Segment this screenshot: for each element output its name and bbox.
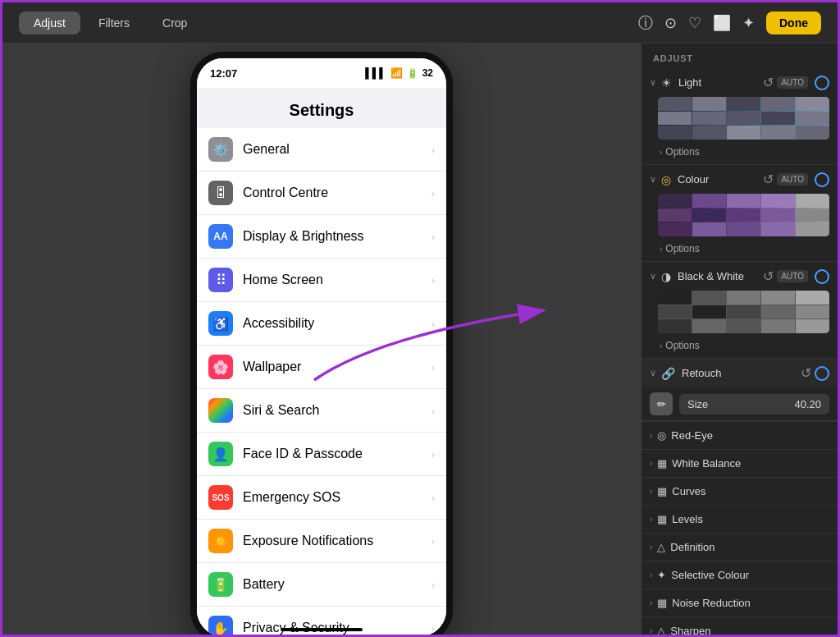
- wifi-icon: 📶: [390, 67, 403, 79]
- adjust-section-levels[interactable]: › ▦ Levels: [641, 506, 838, 534]
- control-centre-label: Control Centre: [243, 186, 431, 200]
- share-icon[interactable]: ⬜: [713, 14, 731, 32]
- control-centre-icon: 🎛: [208, 181, 233, 205]
- iphone-scroll[interactable]: Settings ⚙️ General › 🎛 Control Centre ›: [197, 88, 446, 635]
- toolbar-tabs: Adjust Filters Crop: [19, 11, 202, 34]
- general-icon: ⚙️: [208, 137, 233, 162]
- settings-item-general[interactable]: ⚙️ General ›: [197, 128, 446, 172]
- bw-chevron: ∨: [650, 271, 656, 282]
- retouch-row[interactable]: ∨ 🔗 Retouch ↺: [641, 359, 838, 387]
- settings-item-siri[interactable]: Siri & Search ›: [197, 389, 446, 433]
- emergency-icon: SOS: [208, 485, 233, 510]
- adjust-section-red-eye[interactable]: › ◎ Red-Eye: [641, 422, 838, 450]
- sharpen-icon: △: [657, 625, 665, 635]
- colour-circle[interactable]: [815, 172, 829, 187]
- status-icons: ▌▌▌ 📶 🔋 32: [365, 67, 433, 79]
- light-reset-icon[interactable]: ↺: [763, 75, 774, 90]
- magic-icon[interactable]: ✦: [742, 14, 755, 32]
- light-row[interactable]: ∨ ☀ Light ↺ AUTO: [641, 68, 838, 97]
- settings-item-wallpaper[interactable]: 🌸 Wallpaper ›: [197, 346, 446, 389]
- adjust-section-bw: ∨ ◑ Black & White ↺ AUTO › Options: [641, 262, 838, 359]
- accessibility-icon: ♿: [208, 311, 233, 336]
- bw-circle[interactable]: [815, 269, 829, 284]
- adjust-section-selective-colour[interactable]: › ✦ Selective Colour: [641, 561, 838, 589]
- general-label: General: [243, 142, 431, 157]
- colour-options-row[interactable]: › Options: [641, 240, 838, 261]
- settings-item-control-centre[interactable]: 🎛 Control Centre ›: [197, 172, 446, 215]
- bw-reset-icon[interactable]: ↺: [763, 268, 774, 284]
- settings-item-emergency[interactable]: SOS Emergency SOS ›: [197, 476, 446, 520]
- noise-reduction-icon: ▦: [657, 597, 667, 609]
- light-preview: [658, 97, 829, 140]
- selective-colour-chevron: ›: [650, 571, 652, 580]
- exposure-label: Exposure Notifications: [243, 534, 431, 548]
- siri-label: Siri & Search: [243, 403, 431, 418]
- retouch-reset-icon[interactable]: ↺: [801, 365, 811, 381]
- adjust-section-noise-reduction[interactable]: › ▦ Noise Reduction: [641, 589, 838, 617]
- battery-level: 32: [422, 67, 433, 79]
- heart-icon[interactable]: ♡: [688, 14, 701, 32]
- levels-chevron: ›: [650, 515, 652, 524]
- white-balance-icon: ▦: [657, 457, 667, 470]
- settings-item-face-id[interactable]: 👤 Face ID & Passcode ›: [197, 433, 446, 476]
- bw-row[interactable]: ∨ ◑ Black & White ↺ AUTO: [641, 262, 838, 291]
- levels-label: Levels: [672, 513, 703, 525]
- done-button[interactable]: Done: [766, 11, 821, 34]
- colour-reset-icon[interactable]: ↺: [763, 172, 774, 187]
- colour-row[interactable]: ∨ ◎ Colour ↺ AUTO: [641, 165, 838, 194]
- face-id-icon: 👤: [208, 442, 233, 466]
- light-icon: ☀: [661, 76, 672, 89]
- display-label: Display & Brightness: [243, 229, 431, 244]
- pencil-button[interactable]: ✏: [650, 392, 673, 415]
- adjust-section-light: ∨ ☀ Light ↺ AUTO › Options: [641, 68, 838, 165]
- settings-item-accessibility[interactable]: ♿ Accessibility ›: [197, 302, 446, 346]
- colour-icon: ◎: [661, 173, 671, 186]
- adjust-section-definition[interactable]: › △ Definition: [641, 534, 838, 561]
- noise-reduction-label: Noise Reduction: [672, 597, 750, 609]
- settings-item-home-screen[interactable]: ⠿ Home Screen ›: [197, 259, 446, 302]
- bw-preview: [658, 291, 829, 333]
- tab-filters[interactable]: Filters: [84, 11, 144, 34]
- light-options-row[interactable]: › Options: [641, 143, 838, 164]
- exposure-icon: ☀️: [208, 529, 233, 553]
- bw-options-row[interactable]: › Options: [641, 337, 838, 358]
- adjust-section-retouch: ∨ 🔗 Retouch ↺ ✏ Size 40.20: [641, 359, 838, 422]
- bw-auto-badge: AUTO: [777, 270, 808, 282]
- definition-label: Definition: [670, 541, 714, 553]
- face-id-label: Face ID & Passcode: [243, 447, 431, 461]
- adjust-section-white-balance[interactable]: › ▦ White Balance: [641, 450, 838, 478]
- home-screen-icon: ⠿: [208, 268, 233, 292]
- adjust-section-colour: ∨ ◎ Colour ↺ AUTO › Options: [641, 165, 838, 262]
- iphone-frame: 12:07 ▌▌▌ 📶 🔋 32 Settings ⚙️ General ›: [190, 52, 453, 635]
- general-chevron: ›: [431, 144, 435, 156]
- battery-icon: 🔋: [208, 572, 233, 597]
- retouch-icon: 🔗: [661, 367, 675, 380]
- settings-item-battery[interactable]: 🔋 Battery ›: [197, 563, 446, 607]
- battery-indicator: 🔋: [407, 68, 418, 79]
- red-eye-chevron: ›: [650, 431, 652, 440]
- more-icon[interactable]: ⊙: [664, 14, 677, 32]
- adjust-section-curves[interactable]: › ▦ Curves: [641, 478, 838, 506]
- settings-item-exposure[interactable]: ☀️ Exposure Notifications ›: [197, 520, 446, 563]
- sharpen-chevron: ›: [650, 626, 652, 635]
- red-eye-icon: ◎: [657, 429, 666, 442]
- info-icon[interactable]: ⓘ: [638, 13, 653, 33]
- bw-options-label: Options: [665, 340, 699, 351]
- light-circle[interactable]: [815, 76, 829, 90]
- emergency-label: Emergency SOS: [243, 490, 431, 505]
- retouch-circle[interactable]: [815, 366, 829, 381]
- wallpaper-label: Wallpaper: [243, 360, 431, 374]
- toolbar: Adjust Filters Crop ⓘ ⊙ ♡ ⬜ ✦ Done: [2, 2, 838, 44]
- adjust-section-sharpen[interactable]: › △ Sharpen: [641, 617, 838, 635]
- colour-chevron: ∨: [650, 174, 656, 185]
- settings-item-display[interactable]: AA Display & Brightness ›: [197, 215, 446, 259]
- selective-colour-label: Selective Colour: [671, 569, 749, 581]
- display-icon: AA: [208, 224, 233, 249]
- colour-options-label: Options: [665, 243, 699, 254]
- tab-crop[interactable]: Crop: [148, 11, 202, 34]
- sharpen-label: Sharpen: [670, 625, 710, 635]
- signal-icon: ▌▌▌: [365, 67, 386, 79]
- tab-adjust[interactable]: Adjust: [19, 11, 80, 34]
- curves-label: Curves: [672, 485, 705, 497]
- privacy-icon: ✋: [208, 616, 233, 635]
